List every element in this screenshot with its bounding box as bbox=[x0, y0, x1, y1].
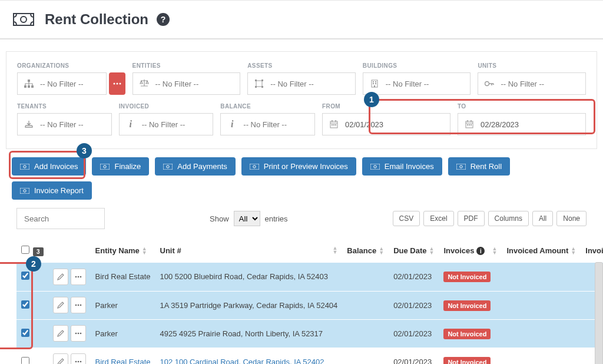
cell-unit: 100 5200 Bluebird Road, Cedar Rapids, IA… bbox=[155, 263, 343, 291]
buildings-input[interactable]: -- No Filter -- bbox=[363, 72, 471, 95]
help-icon[interactable]: ? bbox=[157, 13, 170, 26]
svg-point-42 bbox=[253, 165, 256, 167]
cell-unit: 4925 4925 Prairie Road, North Liberty, I… bbox=[155, 319, 343, 348]
svg-rect-41 bbox=[250, 164, 259, 170]
col-invoice-last-email[interactable]: Invoice Last Email bbox=[581, 239, 603, 263]
print-preview-button[interactable]: Print or Preview Invoices bbox=[241, 157, 356, 176]
sort-icon: ▲▼ bbox=[429, 247, 435, 255]
pencil-icon bbox=[57, 330, 64, 337]
filter-to: TO bbox=[458, 103, 586, 135]
edit-button[interactable] bbox=[53, 269, 68, 285]
page-size-select[interactable]: All bbox=[234, 211, 260, 226]
from-value[interactable] bbox=[345, 120, 444, 129]
finalize-button[interactable]: Finalize bbox=[92, 157, 149, 176]
pdf-button[interactable]: PDF bbox=[458, 211, 485, 226]
row-checkbox[interactable] bbox=[21, 272, 29, 280]
all-button[interactable]: All bbox=[532, 211, 553, 226]
cell-invoices: Not Invoiced bbox=[439, 291, 502, 319]
more-button[interactable] bbox=[71, 297, 86, 313]
filter-balance: BALANCE i -- No Filter -- bbox=[220, 103, 315, 135]
info-icon: i bbox=[476, 247, 485, 255]
show-entries: Show All entries bbox=[210, 211, 288, 226]
to-value[interactable] bbox=[481, 120, 579, 129]
more-button[interactable] bbox=[71, 269, 86, 285]
none-button[interactable]: None bbox=[556, 211, 587, 226]
status-badge: Not Invoiced bbox=[443, 357, 491, 365]
columns-button[interactable]: Columns bbox=[488, 211, 529, 226]
edit-button[interactable] bbox=[53, 297, 68, 313]
row-checkbox[interactable] bbox=[21, 329, 29, 337]
organizations-input[interactable]: -- No Filter -- bbox=[17, 72, 107, 95]
pencil-icon bbox=[57, 273, 64, 280]
svg-point-1 bbox=[21, 16, 26, 22]
email-invoices-button[interactable]: Email Invoices bbox=[362, 157, 442, 176]
label-balance: BALANCE bbox=[220, 103, 315, 110]
row-checkbox[interactable] bbox=[21, 357, 29, 365]
rent-roll-button[interactable]: Rent Roll bbox=[448, 157, 510, 176]
table-controls: Show All entries CSV Excel PDF Columns A… bbox=[0, 208, 603, 239]
svg-rect-16 bbox=[375, 81, 376, 82]
status-badge: Not Invoiced bbox=[443, 300, 491, 311]
filter-entities: ENTITIES -- No Filter -- bbox=[132, 62, 241, 95]
col-balance[interactable]: Balance▲▼ bbox=[342, 239, 389, 263]
col-invoiced-amount[interactable]: Invoiced Amount▲▼ bbox=[502, 239, 581, 263]
invoiced-input[interactable]: i -- No Filter -- bbox=[119, 113, 214, 135]
assets-input[interactable]: -- No Filter -- bbox=[247, 72, 356, 95]
money-icon bbox=[20, 164, 29, 170]
col-due-date[interactable]: Due Date▲▼ bbox=[389, 239, 439, 263]
add-payments-button[interactable]: Add Payments bbox=[155, 157, 236, 176]
label-entities: ENTITIES bbox=[132, 62, 241, 69]
svg-point-51 bbox=[79, 276, 81, 277]
invoice-report-button[interactable]: Invoice Report bbox=[12, 181, 92, 200]
col-entity[interactable]: Entity Name▲▼ bbox=[91, 239, 155, 263]
svg-rect-3 bbox=[24, 85, 26, 88]
show-label: Show bbox=[210, 214, 229, 223]
excel-button[interactable]: Excel bbox=[423, 211, 453, 226]
units-input[interactable]: -- No Filter -- bbox=[478, 72, 586, 95]
calendar-icon bbox=[329, 120, 339, 128]
page-header: Rent Collection ? bbox=[0, 0, 603, 39]
svg-rect-19 bbox=[374, 85, 375, 87]
assets-value: -- No Filter -- bbox=[270, 80, 314, 88]
search-input[interactable] bbox=[16, 208, 105, 229]
svg-point-54 bbox=[79, 305, 81, 306]
vertical-scrollbar[interactable] bbox=[595, 262, 603, 364]
svg-point-48 bbox=[24, 189, 26, 191]
label-assets: ASSETS bbox=[247, 62, 356, 69]
more-button[interactable] bbox=[71, 353, 86, 364]
organizations-more-button[interactable] bbox=[109, 72, 125, 95]
select-all-checkbox[interactable] bbox=[21, 246, 29, 254]
finalize-label: Finalize bbox=[114, 162, 141, 171]
status-badge: Not Invoiced bbox=[443, 329, 491, 339]
balance-input[interactable]: i -- No Filter -- bbox=[220, 113, 315, 135]
label-organizations: ORGANIZATIONS bbox=[17, 62, 125, 69]
to-input[interactable] bbox=[458, 113, 586, 135]
row-checkbox[interactable] bbox=[21, 300, 29, 309]
scale-icon bbox=[139, 80, 150, 88]
filter-tenants: TENANTS -- No Filter -- bbox=[17, 103, 112, 135]
entities-input[interactable]: -- No Filter -- bbox=[132, 72, 241, 95]
invoiced-value: -- No Filter -- bbox=[142, 120, 185, 129]
tenants-input[interactable]: -- No Filter -- bbox=[17, 113, 112, 135]
more-button[interactable] bbox=[71, 325, 86, 342]
svg-point-52 bbox=[75, 305, 77, 306]
svg-point-50 bbox=[77, 276, 79, 277]
from-input[interactable] bbox=[322, 113, 450, 135]
download-user-icon bbox=[24, 120, 34, 128]
edit-button[interactable] bbox=[53, 353, 68, 364]
csv-button[interactable]: CSV bbox=[393, 211, 420, 226]
svg-rect-17 bbox=[373, 83, 374, 84]
organizations-value: -- No Filter -- bbox=[40, 80, 84, 88]
edit-button[interactable] bbox=[53, 325, 68, 342]
svg-point-56 bbox=[77, 333, 79, 335]
cell-balance bbox=[342, 291, 389, 319]
add-invoices-button[interactable]: Add Invoices bbox=[12, 157, 86, 176]
filter-organizations: ORGANIZATIONS -- No Filter -- bbox=[17, 62, 125, 95]
svg-rect-43 bbox=[370, 164, 380, 170]
filter-panel: ORGANIZATIONS -- No Filter -- ENTITIES bbox=[6, 51, 597, 149]
ellipsis-icon bbox=[75, 360, 82, 363]
col-unit[interactable]: Unit #▲▼ bbox=[155, 239, 343, 263]
cell-entity: Bird Real Estate bbox=[91, 263, 155, 291]
table-row: Parker4925 4925 Prairie Road, North Libe… bbox=[16, 319, 603, 348]
col-invoices[interactable]: Invoicesi▲▼ bbox=[439, 239, 502, 263]
